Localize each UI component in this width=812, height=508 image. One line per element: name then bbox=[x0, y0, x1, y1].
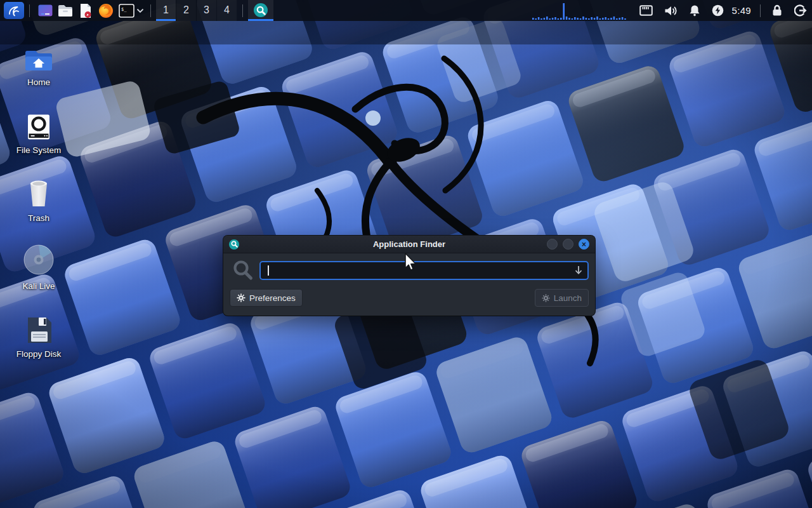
maximize-button[interactable] bbox=[563, 239, 573, 250]
text-editor-icon bbox=[79, 3, 92, 18]
desktop-icon-floppy-disk[interactable]: Floppy Disk bbox=[10, 305, 67, 373]
launcher-dropdown-arrow[interactable] bbox=[136, 8, 144, 13]
desktop-icon-trash[interactable]: Trash bbox=[10, 169, 67, 237]
launcher-terminal[interactable]: $_ bbox=[118, 2, 134, 19]
notifications-bell-icon[interactable] bbox=[689, 4, 700, 17]
text-caret bbox=[268, 265, 269, 276]
panel-separator bbox=[760, 4, 761, 17]
desktop-icon-label: Kali Live bbox=[22, 281, 55, 291]
network-icon[interactable] bbox=[639, 5, 653, 16]
trash-can-icon bbox=[25, 169, 52, 208]
launcher-text-editor[interactable] bbox=[77, 2, 94, 19]
desktop-icon-label: Trash bbox=[28, 213, 49, 223]
cpu-graph-monitor[interactable] bbox=[532, 0, 627, 21]
applications-menu-button[interactable] bbox=[4, 2, 24, 19]
history-dropdown-arrow[interactable] bbox=[574, 265, 583, 278]
show-desktop-icon bbox=[38, 4, 53, 17]
window-app-icon bbox=[229, 239, 239, 250]
desktop-icon-label: Floppy Disk bbox=[16, 349, 62, 359]
launcher-file-manager[interactable] bbox=[57, 2, 74, 19]
desktop-icon-label: File System bbox=[16, 145, 62, 155]
mouse-cursor bbox=[405, 253, 417, 272]
window-titlebar[interactable]: Application Finder × bbox=[223, 236, 595, 253]
search-input[interactable] bbox=[259, 261, 589, 280]
launcher-firefox[interactable] bbox=[98, 2, 114, 19]
minimize-button[interactable] bbox=[547, 239, 558, 250]
application-finder-window: Application Finder × bbox=[223, 236, 595, 316]
desktop-icon-column: Home File System bbox=[10, 33, 67, 373]
firefox-icon bbox=[98, 3, 114, 18]
workspace-button-1[interactable]: 1 bbox=[156, 0, 176, 21]
panel-clock[interactable]: 5:49 bbox=[732, 5, 751, 16]
workspace-button-3[interactable]: 3 bbox=[197, 0, 216, 21]
floppy-disk-icon bbox=[25, 305, 53, 344]
workspace-switcher: 1 2 3 4 bbox=[156, 0, 237, 21]
close-button[interactable]: × bbox=[579, 239, 589, 250]
home-folder-icon bbox=[24, 33, 53, 72]
search-icon bbox=[232, 260, 254, 281]
logout-icon[interactable] bbox=[794, 4, 807, 17]
svg-text:$_: $_ bbox=[121, 7, 127, 12]
desktop-icon-file-system[interactable]: File System bbox=[10, 101, 67, 169]
preferences-label: Preferences bbox=[249, 293, 296, 303]
desktop-root: $_ 1 2 3 4 bbox=[0, 0, 812, 508]
workspace-button-4[interactable]: 4 bbox=[217, 0, 237, 21]
desktop-icon-label: Home bbox=[27, 77, 50, 87]
workspace-button-2[interactable]: 2 bbox=[176, 0, 196, 21]
launch-label: Launch bbox=[554, 293, 582, 303]
power-manager-icon[interactable] bbox=[712, 4, 724, 17]
preferences-button[interactable]: Preferences bbox=[230, 289, 303, 307]
gear-icon bbox=[237, 293, 246, 302]
volume-icon[interactable] bbox=[664, 5, 678, 17]
kali-dragon-icon bbox=[7, 4, 21, 18]
app-finder-icon bbox=[254, 3, 268, 17]
terminal-icon: $_ bbox=[119, 4, 134, 18]
desktop-icon-home[interactable]: Home bbox=[10, 33, 67, 101]
optical-disc-icon bbox=[22, 237, 55, 276]
panel-separator bbox=[150, 4, 151, 17]
panel-separator bbox=[29, 4, 30, 17]
launcher-show-desktop[interactable] bbox=[37, 2, 53, 19]
top-panel: $_ 1 2 3 4 bbox=[0, 0, 812, 21]
panel-separator bbox=[242, 4, 243, 17]
launch-button[interactable]: Launch bbox=[535, 289, 589, 307]
chevron-down-icon bbox=[136, 8, 144, 13]
file-manager-icon bbox=[58, 4, 73, 17]
launch-gears-icon bbox=[542, 294, 550, 302]
desktop-icon-kali-live[interactable]: Kali Live bbox=[10, 237, 67, 305]
window-title: Application Finder bbox=[223, 239, 595, 249]
lock-screen-icon[interactable] bbox=[771, 4, 783, 17]
taskbar-button-application-finder[interactable] bbox=[248, 0, 273, 21]
hard-drive-icon bbox=[26, 101, 51, 140]
